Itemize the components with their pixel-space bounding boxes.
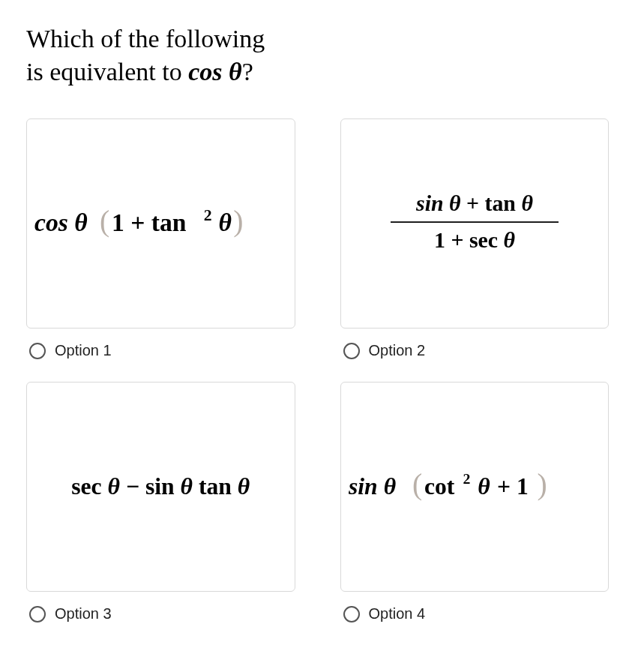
option-label-2: Option 2 [369,342,426,359]
option-radio-row-3[interactable]: Option 3 [26,605,295,622]
svg-text:θ: θ [478,473,490,500]
option-cell-1: cos θ ( 1 + tan 2 θ ) Option 1 [26,118,295,359]
svg-text:1 + sec θ: 1 + sec θ [434,227,515,252]
svg-text:): ) [233,205,243,238]
option-cell-2: sin θ + tan θ 1 + sec θ Option 2 [340,118,610,359]
svg-text:sec θ − sin θ tan θ: sec θ − sin θ tan θ [71,473,250,500]
radio-icon [343,343,360,359]
svg-text:2: 2 [463,470,470,487]
option-card-3: sec θ − sin θ tan θ [26,382,295,592]
svg-text:cot: cot [424,473,454,500]
svg-text:(: ( [100,205,109,238]
radio-icon [29,606,46,622]
option-radio-row-2[interactable]: Option 2 [340,342,610,359]
svg-text:): ) [537,468,547,501]
option-card-1: cos θ ( 1 + tan 2 θ ) [26,118,295,328]
option-label-4: Option 4 [369,605,426,622]
option-radio-row-1[interactable]: Option 1 [26,342,295,359]
question-line2a: is equivalent to [26,58,188,86]
svg-text:θ: θ [218,208,231,236]
svg-text:+ 1: + 1 [496,473,528,500]
question-line2b: ? [242,58,253,86]
question-line1: Which of the following [26,25,265,52]
math-expr-1: cos θ ( 1 + tan 2 θ ) [34,201,287,246]
radio-icon [29,343,46,359]
svg-text:cos θ: cos θ [34,208,88,236]
radio-icon [343,606,360,622]
svg-text:1 + tan: 1 + tan [112,208,187,236]
math-expr-4: sin θ ( cot 2 θ + 1 ) [349,464,601,509]
option-card-2: sin θ + tan θ 1 + sec θ [340,118,610,328]
svg-text:sin θ: sin θ [349,473,396,500]
math-expr-3: sec θ − sin θ tan θ [34,464,287,509]
option-cell-3: sec θ − sin θ tan θ Option 3 [26,382,295,622]
svg-text:sin θ + tan θ: sin θ + tan θ [415,191,533,216]
option-label-3: Option 3 [55,605,112,622]
svg-text:2: 2 [204,206,212,224]
question-math: cos θ [188,58,241,86]
option-radio-row-4[interactable]: Option 4 [340,605,610,622]
option-cell-4: sin θ ( cot 2 θ + 1 ) Option 4 [340,382,610,622]
svg-text:(: ( [412,468,422,501]
math-expr-2: sin θ + tan θ 1 + sec θ [370,186,580,261]
option-label-1: Option 1 [55,342,112,359]
option-card-4: sin θ ( cot 2 θ + 1 ) [340,382,610,592]
question-text: Which of the following is equivalent to … [26,22,609,88]
options-grid: cos θ ( 1 + tan 2 θ ) Option 1 sin θ + t… [26,118,609,622]
